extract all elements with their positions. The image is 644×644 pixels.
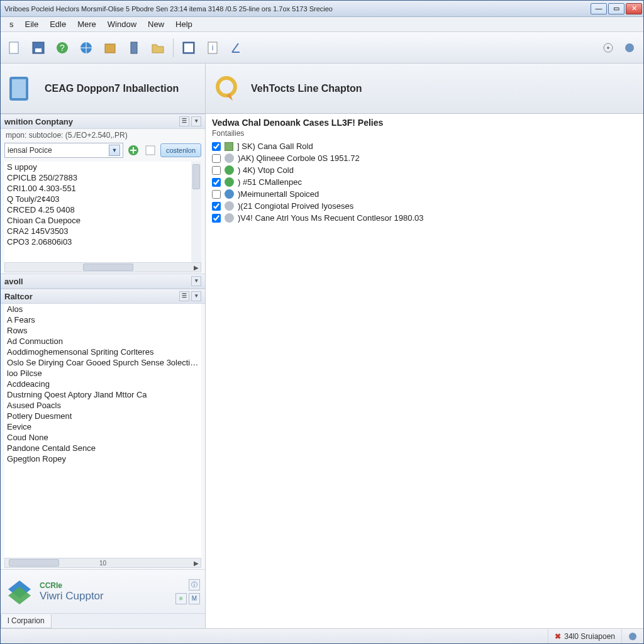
panel2b-menu-button[interactable]: ☰	[179, 291, 189, 301]
row-checkbox[interactable]	[212, 202, 221, 211]
list-item[interactable]: Eevice	[4, 421, 201, 432]
list-item[interactable]: loo Pilcse	[4, 368, 201, 379]
check-row[interactable]: )(21 Congiotal Proived Iyoseses	[212, 200, 637, 212]
m-mini-icon[interactable]: M	[189, 593, 200, 604]
help-dot-icon[interactable]	[621, 39, 638, 57]
error-x-icon: ✖	[555, 632, 561, 641]
panel1-list[interactable]: S uppoy CPICLB 250/27883 CRI1.00 4.303-5…	[4, 162, 201, 262]
server-icon[interactable]	[125, 39, 143, 57]
module-left-icon	[6, 73, 37, 104]
list-item[interactable]: CRCED 4.25 0408	[4, 204, 190, 215]
help-green-icon[interactable]: ?	[53, 39, 71, 57]
panel2-list[interactable]: Alos A Fears Rows Ad Conmuction Aoddimog…	[4, 304, 201, 558]
logo-text: CCRIe Viwri Cupptor	[40, 581, 104, 602]
svg-point-13	[607, 47, 609, 49]
menu-file[interactable]: Eile	[20, 18, 44, 30]
list-item[interactable]: CPO3 2.06806i03	[4, 236, 190, 247]
info-page-icon[interactable]: i	[204, 39, 221, 57]
panel1-controls: iensal Pocice ▼ costenlon	[1, 143, 205, 162]
toolbar-right	[599, 39, 638, 57]
package-icon[interactable]	[101, 39, 119, 57]
minimize-button[interactable]: —	[591, 3, 607, 14]
status-help-icon[interactable]	[621, 629, 643, 643]
list-item[interactable]: Ad Conmuction	[4, 336, 201, 347]
panel2a-collapse-button[interactable]: ▾	[191, 276, 201, 286]
list-item[interactable]: S uppoy	[4, 162, 190, 172]
brand-name: CCRIe	[40, 581, 104, 590]
globe-icon[interactable]	[77, 39, 95, 57]
row-checkbox[interactable]	[212, 154, 221, 163]
list-item[interactable]: Aoddimoghemensonal Spriting Corlteres	[4, 347, 201, 357]
row-checkbox[interactable]	[212, 190, 221, 199]
list-item[interactable]: Acddeacing	[4, 379, 201, 389]
panel1-list-wrap: S uppoy CPICLB 250/27883 CRI1.00 4.303-5…	[4, 162, 201, 262]
circle-icon	[225, 213, 234, 223]
list-item[interactable]: Oslo Se Dirying Coar Gooed Spurch Sense …	[4, 357, 201, 368]
row-checkbox[interactable]	[212, 166, 221, 175]
blank-page-icon[interactable]	[6, 39, 23, 57]
maximize-button[interactable]: ▭	[608, 3, 625, 14]
footer-tab[interactable]: l Corparion	[1, 614, 52, 628]
row-checkbox[interactable]	[212, 214, 221, 223]
list-item[interactable]: Chioan Ca Duepoce	[4, 215, 190, 226]
menu-mere[interactable]: Mere	[72, 18, 101, 30]
filter-button[interactable]: costenlon	[160, 143, 201, 157]
status-error[interactable]: ✖ 34l0 Sruiapoen	[548, 629, 621, 643]
menu-mini-icon[interactable]: ≡	[175, 593, 187, 604]
panel2b-collapse-button[interactable]: ▾	[191, 291, 201, 301]
panel1-menu-button[interactable]: ☰	[179, 116, 189, 126]
scroll-label: 10	[99, 560, 106, 567]
history-button[interactable]	[143, 143, 157, 157]
info-mini-icon[interactable]: ⓘ	[189, 579, 200, 591]
panel1-collapse-button[interactable]: ▾	[191, 116, 201, 126]
list-item[interactable]: Coud None	[4, 432, 201, 443]
main-title: Vedwa Chal Denoank Cases LL3F! Pelies	[206, 114, 643, 129]
save-disk-icon[interactable]	[30, 39, 47, 57]
svg-rect-9	[184, 43, 193, 52]
toolbar: ? i	[1, 32, 643, 64]
add-button[interactable]	[126, 143, 140, 157]
svg-rect-2	[35, 48, 42, 52]
list-item[interactable]: CRA2 145V3503	[4, 226, 190, 236]
row-label: )V4! Cane Atrl Yous Ms Recuent Contlesor…	[238, 213, 424, 223]
panel1-scrollbar-h[interactable]: ▶	[4, 262, 201, 272]
panel1-scrollbar-v[interactable]	[191, 162, 201, 262]
panel1-title: wnition Conptany	[4, 117, 73, 126]
list-item[interactable]: Q Touly/2¢403	[4, 194, 190, 204]
check-row[interactable]: )AK) Qlineee Corbole 0S 1951.72	[212, 152, 637, 164]
section-label: Fontailies	[206, 129, 643, 140]
row-checkbox[interactable]	[212, 178, 221, 187]
list-item[interactable]: Alos	[4, 304, 201, 314]
check-row[interactable]: ] SK) Cana Gall Rold	[212, 140, 637, 152]
folder-icon[interactable]	[149, 39, 167, 57]
menu-new[interactable]: New	[143, 18, 169, 30]
menu-window[interactable]: Window	[103, 18, 142, 30]
target-icon[interactable]	[599, 39, 617, 57]
window-controls: — ▭ ✕	[591, 3, 643, 14]
axis-tool-icon[interactable]	[228, 39, 245, 57]
row-checkbox[interactable]	[212, 142, 221, 151]
menu-s[interactable]: s	[4, 18, 19, 30]
list-item[interactable]: Dustrning Qoest Aptory Jland Mttor Ca	[4, 389, 201, 400]
list-item[interactable]: A Fears	[4, 314, 201, 325]
menu-help[interactable]: Help	[170, 18, 197, 30]
panel1-combo[interactable]: iensal Pocice ▼	[4, 143, 123, 158]
list-item[interactable]: Potlery Duesment	[4, 411, 201, 421]
check-row[interactable]: )V4! Cane Atrl Yous Ms Recuent Contlesor…	[212, 212, 637, 224]
close-button[interactable]: ✕	[626, 3, 642, 14]
list-item[interactable]: Rows	[4, 325, 201, 336]
list-item[interactable]: Pandone Centald Sence	[4, 443, 201, 453]
panel2-scrollbar-h[interactable]: 10▶	[4, 558, 201, 568]
panel1-subtitle: mpon: subtocloe: (5./EO+2.540,.PR)	[1, 129, 205, 143]
check-row[interactable]: ) #51 CMallenpec	[212, 176, 637, 188]
menu-edit[interactable]: Edle	[45, 18, 71, 30]
chevron-down-icon: ▼	[109, 145, 120, 156]
view-pane-icon[interactable]	[180, 39, 197, 57]
list-item[interactable]: CRI1.00 4.303-551	[4, 183, 190, 194]
list-item[interactable]: Gpegtlon Ropey	[4, 453, 201, 464]
list-item[interactable]: Asused Poacls	[4, 400, 201, 411]
check-row[interactable]: )Meimunertall Spoiced	[212, 188, 637, 200]
circle-icon	[225, 165, 234, 175]
check-row[interactable]: ) 4K) Vtop Cold	[212, 164, 637, 176]
list-item[interactable]: CPICLB 250/27883	[4, 172, 190, 183]
